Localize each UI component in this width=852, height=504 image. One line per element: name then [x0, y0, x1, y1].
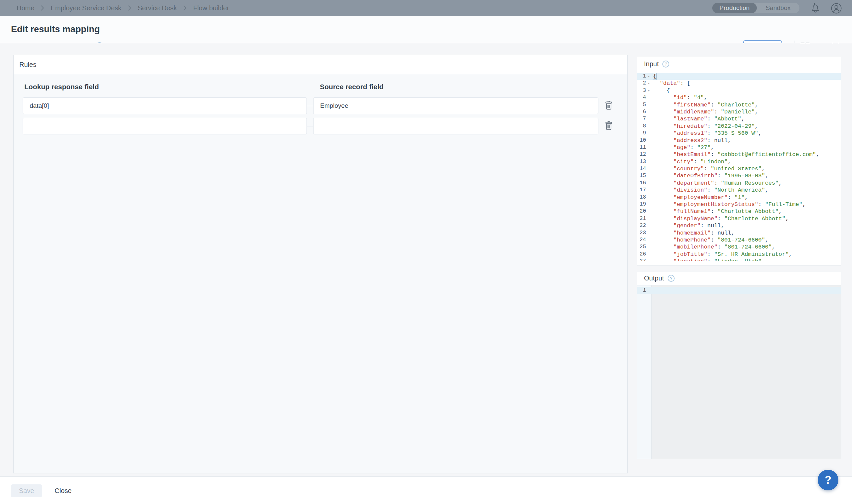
breadcrumb: HomeEmployee Service DeskService DeskFlo…: [17, 0, 229, 16]
page-title: Edit results mapping: [11, 24, 100, 35]
line-number: 22: [637, 222, 646, 229]
code-text: "address2": null,: [652, 137, 731, 144]
fold-gutter: [646, 133, 652, 134]
code-text: "homeEmail": null,: [652, 230, 734, 236]
code-text: "gender": null,: [652, 222, 724, 229]
line-number: 11: [637, 144, 646, 151]
code-text: {: [652, 87, 670, 94]
source-field-input[interactable]: [313, 97, 598, 114]
source-record-field-label: Source record field: [320, 83, 384, 91]
fold-gutter: [646, 254, 652, 254]
fold-gutter: [646, 219, 652, 219]
code-text: "jobTitle": "Sr. HR Administrator",: [652, 251, 792, 258]
environment-toggle: Production Sandbox: [712, 3, 799, 13]
code-text: "id": "4",: [652, 94, 707, 101]
code-text: "employmentHistoryStatus": "Full-Time",: [652, 201, 806, 208]
fold-gutter: [646, 126, 652, 126]
code-line: 16 "department": "Human Resources",: [637, 180, 841, 187]
code-text: "employeeNumber": "1",: [652, 194, 748, 201]
chevron-right-icon: [128, 5, 131, 11]
rules-panel: Rules Lookup response field Source recor…: [13, 55, 628, 473]
output-panel-title: Output: [644, 274, 664, 282]
code-text: "city": "Lindon",: [652, 158, 731, 165]
fold-arrow-icon[interactable]: ▾: [646, 79, 652, 87]
trash-icon: [604, 127, 613, 132]
environment-option-production[interactable]: Production: [712, 3, 757, 13]
line-number: 8: [637, 123, 646, 130]
delete-rule-button[interactable]: [603, 120, 615, 132]
line-number: 13: [637, 158, 646, 165]
fold-gutter: [646, 240, 652, 240]
line-number: 19: [637, 201, 646, 208]
fold-gutter: [646, 140, 652, 141]
edit-results-mapping-screen: HomeEmployee Service DeskService DeskFlo…: [0, 0, 852, 504]
code-line: 7 "lastName": "Abbott",: [637, 115, 841, 122]
fold-gutter: [646, 233, 652, 233]
line-number: 5: [637, 102, 646, 108]
line-number: 1: [637, 287, 646, 293]
save-button[interactable]: Save: [11, 484, 42, 497]
fold-arrow-icon[interactable]: ▾: [646, 87, 652, 94]
fold-gutter: [646, 197, 652, 198]
input-code-editor[interactable]: 1▾{2▾ "data": [3▾ {4 "id": "4",5 "firstN…: [637, 71, 841, 265]
line-number: 2: [637, 80, 646, 87]
environment-option-sandbox[interactable]: Sandbox: [757, 3, 799, 13]
breadcrumb-item[interactable]: Home: [17, 4, 34, 12]
rule-connector-line: [307, 126, 313, 126]
code-line: 26 "jobTitle": "Sr. HR Administrator",: [637, 251, 841, 258]
user-avatar-icon[interactable]: [831, 3, 842, 14]
code-line: 3▾ {: [637, 87, 841, 94]
fold-gutter: [646, 155, 652, 155]
editor-clip: [637, 261, 841, 265]
modal-header: Edit results mapping ? Auto preview Prev…: [0, 16, 852, 43]
fold-gutter: [646, 161, 652, 162]
code-text: "country": "United States",: [652, 165, 765, 172]
line-number: 14: [637, 165, 646, 172]
output-panel: Output ? 1: [637, 271, 841, 459]
modal-footer: Save Close: [0, 476, 852, 504]
lookup-field-input[interactable]: [23, 97, 307, 114]
code-text: "middleName": "Danielle",: [652, 108, 758, 115]
help-fab-button[interactable]: ?: [818, 470, 838, 490]
code-line: 15 "dateOfBirth": "1995-08-08",: [637, 172, 841, 179]
code-line: 12 "bestEmail": "cabbott@efficientoffice…: [637, 151, 841, 158]
output-code-editor[interactable]: 1: [637, 285, 841, 459]
line-number: 26: [637, 251, 646, 258]
breadcrumb-item[interactable]: Service Desk: [138, 4, 177, 12]
close-button[interactable]: Close: [49, 484, 77, 497]
rule-connector-line: [307, 106, 313, 106]
fold-gutter: [646, 204, 652, 205]
source-field-input[interactable]: [313, 118, 598, 134]
input-help-icon[interactable]: ?: [662, 60, 669, 68]
input-panel: Input ? 1▾{2▾ "data": [3▾ {4 "id": "4",5…: [637, 57, 841, 266]
code-line: 24 "homePhone": "801-724-6600",: [637, 236, 841, 244]
fold-gutter: [646, 112, 652, 112]
code-line: 17 "division": "North America",: [637, 187, 841, 194]
breadcrumb-item[interactable]: Employee Service Desk: [51, 4, 121, 12]
code-text: "division": "North America",: [652, 187, 768, 194]
line-number: 3: [637, 87, 646, 94]
code-line: 23 "homeEmail": null,: [637, 230, 841, 236]
line-number: 25: [637, 244, 646, 251]
code-text: "lastName": "Abbott",: [652, 115, 745, 122]
code-line: 22 "gender": null,: [637, 222, 841, 229]
fold-gutter: [646, 226, 652, 226]
notifications-bell-icon[interactable]: [811, 3, 820, 13]
code-text: "hiredate": "2022-04-29",: [652, 123, 758, 130]
output-help-icon[interactable]: ?: [668, 275, 675, 282]
code-line: 21 "displayName": "Charlotte Abbott",: [637, 215, 841, 222]
lookup-field-input[interactable]: [23, 118, 307, 134]
code-line: 4 "id": "4",: [637, 94, 841, 101]
delete-rule-button[interactable]: [603, 100, 615, 112]
fold-arrow-icon[interactable]: ▾: [646, 73, 652, 80]
trash-icon: [604, 106, 613, 111]
fold-gutter: [646, 190, 652, 191]
code-text: "displayName": "Charlotte Abbott",: [652, 215, 789, 222]
fold-gutter: [646, 119, 652, 120]
code-line: 9 "address1": "335 S 560 W",: [637, 130, 841, 137]
code-text: "fullName1": "Charlotte Abbott",: [652, 208, 782, 215]
fold-gutter: [646, 183, 652, 184]
fold-gutter: [646, 176, 652, 176]
code-line: 14 "country": "United States",: [637, 165, 841, 172]
fold-gutter: [646, 105, 652, 105]
